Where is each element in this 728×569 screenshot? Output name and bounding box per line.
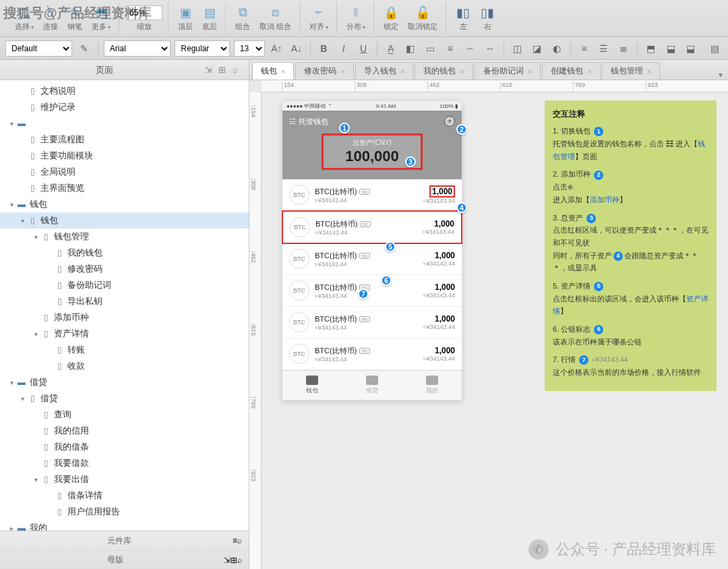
document-tab[interactable]: 修改密码× [295, 62, 353, 80]
document-tab[interactable]: 备份助记词× [475, 62, 541, 80]
tree-item[interactable]: ▯我的信用 [0, 423, 249, 439]
tree-item[interactable]: ▯导出私钥 [0, 293, 249, 309]
tree-item[interactable]: ▯我要借款 [0, 455, 249, 471]
tree-item[interactable]: ▯维护记录 [0, 99, 249, 115]
document-tab[interactable]: 钱包管理× [602, 62, 660, 80]
arrow-button[interactable]: ↔ [482, 40, 497, 57]
coin-row[interactable]: BTC BTC(比特币) btc≈¥34143.44 1,000≈¥34143.… [282, 210, 462, 244]
pen-tool[interactable]: ✎钢笔 [65, 4, 85, 33]
coin-row[interactable]: BTC BTC(比特币) btc≈¥34143.44 1,000≈¥34143.… [282, 179, 462, 211]
border-color-button[interactable]: ▭ [423, 40, 438, 57]
close-icon[interactable]: × [460, 67, 464, 76]
tree-item[interactable]: ▯主界面预览 [0, 180, 249, 196]
align-left-button[interactable]: ≡ [576, 40, 592, 57]
align-button[interactable]: ⫟对齐 [307, 4, 331, 33]
italic-button[interactable]: I [336, 40, 351, 57]
line-width-button[interactable]: ≡ [442, 40, 458, 57]
document-tab[interactable]: 钱包× [252, 62, 294, 80]
align-center-button[interactable]: ☰ [596, 40, 611, 57]
close-icon[interactable]: × [400, 67, 404, 76]
tree-item[interactable]: ▯我的钱包 [0, 245, 249, 261]
fill-color-button[interactable]: ◧ [402, 40, 418, 57]
close-icon[interactable]: × [647, 67, 651, 76]
coin-row[interactable]: BTC BTC(比特币) btc≈¥34143.44 1,000≈¥34143.… [282, 275, 462, 307]
zoom-input[interactable] [126, 5, 162, 20]
group-button[interactable]: ⧉组合 [233, 4, 253, 33]
tree-item[interactable]: ▯用户信用报告 [0, 504, 249, 520]
coin-row[interactable]: BTC BTC(比特币) btc≈¥34143.44 1,000≈¥34143.… [282, 307, 462, 338]
coin-row[interactable]: BTC BTC(比特币) btc≈¥34143.44 1,000≈¥34143.… [282, 338, 462, 370]
document-tab[interactable]: 我的钱包× [415, 62, 473, 80]
unlock-button[interactable]: 🔓取消锁定 [405, 4, 440, 33]
masters-export-icon[interactable]: ⇲ [224, 556, 231, 565]
tree-item[interactable]: ▯修改密码 [0, 261, 249, 277]
select-tool[interactable]: ▢选择 [12, 4, 36, 33]
copy-style-button[interactable]: ✎ [76, 40, 92, 57]
pages-add-icon[interactable]: ⊞ [215, 63, 229, 77]
close-icon[interactable]: × [340, 67, 344, 76]
tree-item[interactable]: ▯转账 [0, 342, 249, 358]
line-style-button[interactable]: ┄ [462, 40, 478, 57]
close-icon[interactable]: × [281, 67, 285, 76]
tree-item[interactable]: ▯主要功能模块 [0, 148, 249, 164]
phone-tab[interactable]: 我的 [402, 371, 462, 400]
phone-tab[interactable]: 借贷 [342, 371, 402, 400]
more-tool[interactable]: ⬒更多 [89, 4, 113, 33]
lock-button[interactable]: 🔒锁定 [381, 4, 401, 33]
close-icon[interactable]: × [587, 67, 591, 76]
widgets-search-icon[interactable]: ⌕ [237, 536, 242, 545]
inner-shadow-button[interactable]: ◪ [529, 40, 545, 57]
phone-tab[interactable]: 钱包 [282, 371, 342, 400]
ungroup-button[interactable]: ⧈取消 组合 [257, 4, 294, 33]
tree-item[interactable]: ▾▯钱包管理 [0, 229, 249, 245]
document-tab[interactable]: 创建钱包× [542, 62, 600, 80]
size-up-button[interactable]: A↑ [269, 40, 284, 57]
tree-item[interactable]: ▯添加币种 [0, 309, 249, 326]
size-down-button[interactable]: A↓ [289, 40, 304, 57]
tree-item[interactable]: ▾▯我要出借 [0, 471, 249, 487]
pages-export-icon[interactable]: ⇲ [202, 63, 215, 77]
size-select[interactable]: 13 [234, 40, 265, 57]
document-tab[interactable]: 导入钱包× [355, 62, 413, 80]
wallet-switch-icon[interactable]: ☷ [289, 117, 296, 126]
widgets-menu-icon[interactable]: ≡ [233, 536, 237, 545]
bold-button[interactable]: B [315, 40, 331, 57]
outer-shadow-button[interactable]: ◫ [509, 40, 524, 57]
toggle-right-panel-button[interactable]: ▤ [706, 40, 722, 57]
valign-bot-button[interactable]: ⬓ [683, 40, 698, 57]
style-select[interactable]: Default [5, 40, 72, 57]
close-icon[interactable]: × [528, 67, 532, 76]
tree-item[interactable]: ▯主要流程图 [0, 131, 249, 148]
design-canvas[interactable]: ●●●●● 中国移动 ⌃9:41 AM100% ▮ ☷ 托管钱包 + 总资产(C… [262, 92, 728, 569]
tree-item[interactable]: ▾▬ [0, 115, 249, 131]
send-back-button[interactable]: ▤底层 [200, 4, 220, 33]
widgets-panel-header[interactable]: 元件库 ≡ ⌕ [0, 531, 249, 550]
pages-search-icon[interactable]: ⌕ [229, 63, 242, 77]
tree-item[interactable]: ▯借条详情 [0, 487, 249, 504]
connect-tool[interactable]: ╲连接 [40, 4, 61, 33]
dock-right-button[interactable]: ▯▮右 [477, 4, 497, 33]
tree-item[interactable]: ▾▯资产详情 [0, 326, 249, 342]
dock-left-button[interactable]: ▮▯左 [453, 4, 473, 33]
weight-select[interactable]: Regular [175, 40, 230, 57]
tree-item[interactable]: ▯收款 [0, 358, 249, 374]
tree-item[interactable]: ▯文档说明 [0, 83, 249, 99]
masters-add-icon[interactable]: ⊞ [231, 556, 237, 565]
font-select[interactable]: Arial [104, 40, 171, 57]
align-right-button[interactable]: ≣ [616, 40, 632, 57]
tree-item[interactable]: ▯查询 [0, 407, 249, 423]
masters-search-icon[interactable]: ⌕ [237, 556, 242, 565]
tree-item[interactable]: ▾▬借贷 [0, 374, 249, 390]
tree-item[interactable]: ▾▯借贷 [0, 390, 249, 407]
tabs-overflow-button[interactable]: ▾ [713, 70, 728, 80]
add-coin-button[interactable]: + [444, 116, 455, 127]
distribute-button[interactable]: ⦀分布 [344, 4, 368, 33]
tree-item[interactable]: ▾▯钱包 [0, 212, 249, 229]
tree-item[interactable]: ▯备份助记词 [0, 277, 249, 293]
valign-mid-button[interactable]: ⬓ [663, 40, 679, 57]
underline-button[interactable]: U [355, 40, 371, 57]
coin-row[interactable]: BTC BTC(比特币) btc≈¥34143.44 1,000≈¥34143.… [282, 243, 462, 275]
tree-item[interactable]: ▾▬钱包 [0, 196, 249, 212]
valign-top-button[interactable]: ⬒ [643, 40, 659, 57]
masters-panel-header[interactable]: 母版 ⇲ ⊞ ⌕ [0, 550, 249, 569]
